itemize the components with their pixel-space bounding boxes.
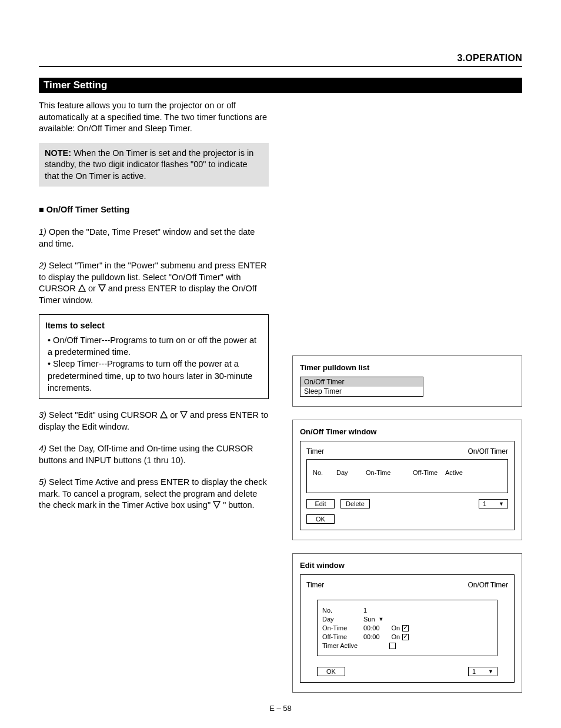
figure-edit-window: Edit window Timer On/Off Timer No.1 DayS… xyxy=(292,553,522,693)
menu-path-left: Timer xyxy=(306,447,324,456)
timer-active-checkbox[interactable] xyxy=(389,643,396,649)
ok-button[interactable]: OK xyxy=(306,514,335,524)
note-text: When the On Timer is set and the project… xyxy=(45,148,253,181)
svg-marker-4 xyxy=(213,501,220,508)
edit-button[interactable]: Edit xyxy=(306,499,335,508)
delete-button[interactable]: Delete xyxy=(340,499,370,508)
figure-title: On/Off Timer window xyxy=(300,427,515,436)
step-5: 5) Select Time Active and press ENTER to… xyxy=(39,477,269,511)
step-3: 3) Select "Edit" using CURSOR or and pre… xyxy=(39,410,269,433)
edit-window-inner: No.1 DaySun ▼ On-Time00:00On Off-Time00:… xyxy=(317,600,497,656)
items-bullet-2: • Sleep Timer---Programs to turn off the… xyxy=(48,358,262,394)
cursor-up-icon xyxy=(78,284,86,292)
menu-path-left: Timer xyxy=(306,581,324,589)
figure-title: Timer pulldown list xyxy=(300,363,515,372)
on-checkbox[interactable] xyxy=(402,625,409,631)
menu-path-right: On/Off Timer xyxy=(468,581,508,589)
step-2: 2) Select "Timer" in the "Power" submenu… xyxy=(39,260,269,306)
cursor-down-icon xyxy=(180,411,188,418)
figure-title: Edit window xyxy=(300,561,515,570)
pulldown-item[interactable]: On/Off Timer xyxy=(300,377,423,387)
cursor-down-icon xyxy=(213,501,221,508)
chapter-header: 3.OPERATION xyxy=(457,53,522,64)
program-number-dropdown[interactable]: 1▼ xyxy=(479,499,508,508)
edit-window-outer: Timer On/Off Timer No.1 DaySun ▼ On-Time… xyxy=(300,574,515,683)
svg-marker-2 xyxy=(161,411,167,418)
svg-marker-3 xyxy=(181,411,187,418)
svg-marker-1 xyxy=(99,285,105,291)
page-number: E – 58 xyxy=(0,704,561,713)
svg-marker-0 xyxy=(79,285,85,291)
figure-pulldown: Timer pulldown list On/Off Timer Sleep T… xyxy=(292,355,522,407)
items-bullet-1: • On/Off Timer---Programs to turn on or … xyxy=(48,334,262,358)
header-rule xyxy=(39,66,522,67)
right-column: Timer pulldown list On/Off Timer Sleep T… xyxy=(292,97,522,693)
onoff-timer-window: Timer On/Off Timer No. Day On-Time Off-T… xyxy=(300,441,515,530)
program-number-dropdown[interactable]: 1▼ xyxy=(468,667,497,676)
step-1: 1) Open the "Date, Time Preset" window a… xyxy=(39,227,269,250)
note-label: NOTE: xyxy=(45,148,71,158)
off-checkbox[interactable] xyxy=(402,634,409,640)
items-heading: Items to select xyxy=(45,320,262,331)
cursor-down-icon xyxy=(98,284,106,292)
figure-onoff-timer: On/Off Timer window Timer On/Off Timer N… xyxy=(292,420,522,540)
left-column: This feature allows you to turn the proj… xyxy=(39,97,269,693)
timer-program-list: No. Day On-Time Off-Time Active xyxy=(306,459,508,493)
section-title-bar: Timer Setting xyxy=(39,78,522,93)
chevron-down-icon: ▼ xyxy=(499,501,504,507)
note-box: NOTE: When the On Timer is set and the p… xyxy=(39,143,269,187)
chevron-down-icon[interactable]: ▼ xyxy=(379,616,384,622)
menu-path-right: On/Off Timer xyxy=(468,447,508,456)
section-title: Timer Setting xyxy=(44,79,107,91)
ok-button[interactable]: OK xyxy=(317,667,345,676)
pulldown-item[interactable]: Sleep Timer xyxy=(300,387,423,396)
procedure-heading: ■ On/Off Timer Setting xyxy=(39,204,269,216)
items-to-select-box: Items to select • On/Off Timer---Program… xyxy=(39,314,269,399)
chevron-down-icon: ▼ xyxy=(488,669,493,674)
intro-paragraph: This feature allows you to turn the proj… xyxy=(39,100,269,135)
step-4: 4) Set the Day, Off-time and On-time usi… xyxy=(39,443,269,466)
cursor-up-icon xyxy=(160,411,168,418)
timer-pulldown-list[interactable]: On/Off Timer Sleep Timer xyxy=(300,377,423,397)
